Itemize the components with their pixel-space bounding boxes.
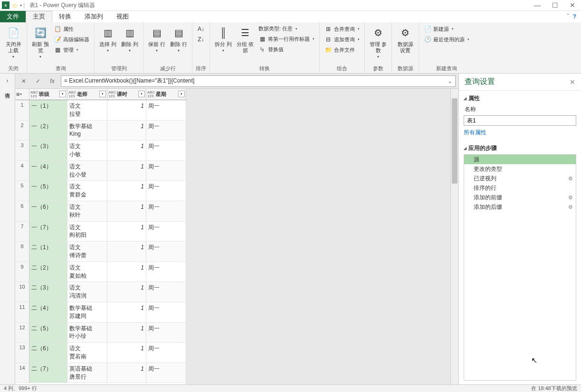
column-filter-icon[interactable]: ▾ <box>178 91 185 97</box>
cell[interactable]: 周一 <box>146 140 186 161</box>
cell[interactable]: 1 <box>107 242 146 262</box>
cell[interactable]: 语文拉登 <box>67 100 107 121</box>
cell[interactable]: 语文阎初阳 <box>67 222 107 242</box>
tab-home[interactable]: 主页 <box>26 11 52 22</box>
cell[interactable]: 二（3） <box>29 282 67 302</box>
gear-icon[interactable]: ⚙ <box>568 204 573 210</box>
split-column-button[interactable]: ║ 拆分 列▾ <box>213 24 234 54</box>
table-row[interactable]: 14二（7）英语基础唐景行1周一 <box>15 363 186 383</box>
cell[interactable]: 一（6） <box>29 201 67 222</box>
tab-transform[interactable]: 转换 <box>52 11 78 22</box>
data-source-button[interactable]: ⚙ 数据源 设置 <box>395 24 416 55</box>
group-by-button[interactable]: ☰ 分组 依据 <box>235 24 256 55</box>
help-icon[interactable]: ? <box>573 13 576 20</box>
column-header-1[interactable]: ABC123老师▾ <box>67 89 107 100</box>
cell[interactable]: 一（2） <box>29 121 67 141</box>
table-row[interactable]: 3一（3）语文小敏1周一 <box>15 140 186 161</box>
cell[interactable]: 1 <box>107 343 146 363</box>
table-row[interactable]: 5一（5）语文黄群金1周一 <box>15 181 186 201</box>
cell[interactable]: 语文秋叶 <box>67 201 107 222</box>
cancel-formula-icon[interactable]: ✕ <box>18 75 29 87</box>
query-name-input[interactable] <box>464 115 576 126</box>
formula-dropdown-icon[interactable]: ⌄ <box>448 78 452 84</box>
column-header-3[interactable]: ABC123星期▾ <box>146 89 186 100</box>
column-filter-icon[interactable]: ▾ <box>99 91 106 97</box>
maximize-button[interactable]: ☐ <box>552 1 558 9</box>
cell[interactable]: 一（4） <box>29 161 67 181</box>
table-row[interactable]: 4一（4）语文拉小登1周一 <box>15 161 186 181</box>
cell[interactable]: 周一 <box>146 121 186 141</box>
table-row[interactable]: 1一（1）语文拉登1周一 <box>15 100 186 121</box>
cell[interactable]: 1 <box>107 201 146 222</box>
confirm-formula-icon[interactable]: ✓ <box>32 75 44 87</box>
cell[interactable]: 二（4） <box>29 302 67 323</box>
table-row[interactable]: 13二（6）语文贾若南1周一 <box>15 343 186 363</box>
cell[interactable]: 一（5） <box>29 181 67 201</box>
new-source-button[interactable]: 📄新建源▾ <box>422 24 471 34</box>
gear-icon[interactable]: ⚙ <box>568 176 573 182</box>
cell[interactable]: 一（7） <box>29 222 67 242</box>
applied-step[interactable]: 排序的行 <box>464 183 576 193</box>
data-grid[interactable]: ▦▾ ABC123班级▾ABC123老师▾ABC123课时▾ABC123星期▾ … <box>15 89 186 384</box>
cell[interactable]: 1 <box>107 181 146 201</box>
close-panel-icon[interactable]: ✕ <box>570 78 575 86</box>
applied-step[interactable]: 源 <box>464 155 576 164</box>
cell[interactable]: 周一 <box>146 161 186 181</box>
manage-button[interactable]: ▦管理▾ <box>52 45 91 55</box>
cell[interactable]: 周一 <box>146 323 186 343</box>
cell[interactable]: 周一 <box>146 201 186 222</box>
merge-queries-button[interactable]: ⊞合并查询▾ <box>323 24 362 34</box>
cell[interactable]: 1 <box>107 140 146 161</box>
column-filter-icon[interactable]: ▾ <box>138 91 145 97</box>
cell[interactable]: 周一 <box>146 363 186 383</box>
row-selector-header[interactable]: ▦▾ <box>15 89 29 100</box>
cell[interactable]: 语文小敏 <box>67 140 107 161</box>
cell[interactable]: 二（2） <box>29 262 67 282</box>
collapse-ribbon-icon[interactable]: ˆ <box>567 13 569 20</box>
applied-step[interactable]: 已逆视列⚙ <box>464 174 576 183</box>
manage-params-button[interactable]: ⚙ 管理 参数▾ <box>368 24 389 60</box>
cell[interactable]: 数学基础苏建同 <box>67 302 107 323</box>
gear-icon[interactable]: ⚙ <box>568 195 573 201</box>
formula-input[interactable]: = Excel.CurrentWorkbook(){[Name="表1"]}[C… <box>61 75 456 87</box>
vertical-scrollbar[interactable] <box>450 89 458 384</box>
cell[interactable]: 1 <box>107 302 146 323</box>
cell[interactable]: 周一 <box>146 282 186 302</box>
applied-step[interactable]: 添加的后缀⚙ <box>464 202 576 212</box>
table-row[interactable]: 10二（3）语文冯清润1周一 <box>15 282 186 302</box>
cell[interactable]: 语文冯清润 <box>67 282 107 302</box>
cell[interactable]: 周一 <box>146 222 186 242</box>
expand-queries-icon[interactable]: › <box>7 77 9 84</box>
cell[interactable]: 1 <box>107 161 146 181</box>
tab-file[interactable]: 文件 <box>0 11 26 22</box>
column-header-2[interactable]: ABC123课时▾ <box>107 89 146 100</box>
table-row[interactable]: 9二（2）语文夏如柏1周一 <box>15 262 186 282</box>
cell[interactable]: 1 <box>107 323 146 343</box>
cell[interactable]: 语文拉小登 <box>67 161 107 181</box>
remove-columns-button[interactable]: ▥ 删除 列▾ <box>119 24 140 54</box>
column-header-0[interactable]: ABC123班级▾ <box>29 89 67 100</box>
cell[interactable]: 1 <box>107 363 146 383</box>
tab-view[interactable]: 视图 <box>110 11 135 22</box>
cell[interactable]: 二（6） <box>29 343 67 363</box>
cell[interactable]: 1 <box>107 100 146 121</box>
sort-desc-button[interactable]: Z↓ <box>195 35 207 44</box>
cell[interactable]: 数学基础King <box>67 121 107 141</box>
cell[interactable]: 数学基础叶小珍 <box>67 323 107 343</box>
table-row[interactable]: 12二（5）数学基础叶小珍1周一 <box>15 323 186 343</box>
cell[interactable]: 语文夏如柏 <box>67 262 107 282</box>
append-queries-button[interactable]: ⊟追加查询▾ <box>323 35 362 44</box>
cell[interactable]: 语文傅诗蕾 <box>67 242 107 262</box>
first-row-header-button[interactable]: ▦将第一行用作标题▾ <box>257 34 316 44</box>
fx-icon[interactable]: fx <box>47 75 58 87</box>
cell[interactable]: 周一 <box>146 100 186 121</box>
cell[interactable]: 二（7） <box>29 363 67 383</box>
table-row[interactable]: 11二（4）数学基础苏建同1周一 <box>15 302 186 323</box>
cell[interactable]: 1 <box>107 121 146 141</box>
cell[interactable]: 英语基础唐景行 <box>67 363 107 383</box>
smiley-icon[interactable]: ☺ <box>11 1 18 9</box>
cell[interactable]: 二（1） <box>29 242 67 262</box>
sort-asc-button[interactable]: A↓ <box>195 24 207 34</box>
close-button[interactable]: ✕ <box>570 1 575 9</box>
replace-values-button[interactable]: ¹₂替换值 <box>257 45 316 54</box>
